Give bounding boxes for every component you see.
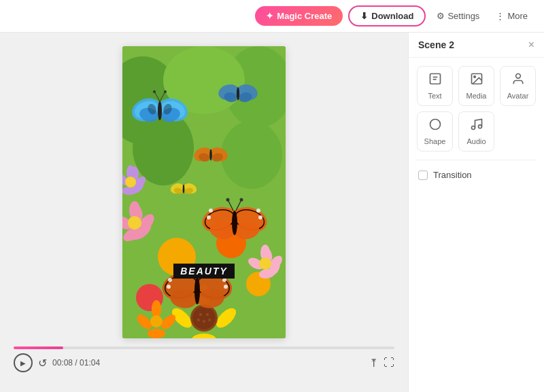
- right-panel: Scene 2 × Text: [408, 33, 544, 392]
- svg-point-67: [153, 90, 156, 93]
- svg-point-93: [209, 149, 212, 161]
- tool-avatar[interactable]: Avatar: [500, 66, 536, 106]
- svg-point-42: [199, 313, 202, 316]
- text-tool-icon: [428, 72, 442, 89]
- avatar-tool-label: Avatar: [507, 92, 529, 100]
- panel-tools: Text Media: [409, 58, 544, 160]
- svg-point-45: [197, 319, 200, 321]
- magic-spark-icon: ✦: [266, 11, 273, 21]
- magic-create-label: Magic Create: [277, 11, 332, 21]
- video-preview: BEAUTY: [122, 46, 286, 338]
- tool-shape[interactable]: Shape: [417, 111, 453, 152]
- svg-point-120: [473, 76, 475, 78]
- download-label: Download: [371, 11, 413, 21]
- svg-point-84: [232, 211, 237, 235]
- play-button[interactable]: ▶: [14, 353, 33, 372]
- svg-point-46: [208, 319, 211, 321]
- media-tool-icon: [470, 72, 483, 89]
- svg-point-64: [158, 101, 162, 120]
- playback-controls: ▶ ↺ 00:08 / 01:04 ⤒ ⛶: [14, 353, 394, 372]
- transition-label: Transition: [433, 170, 472, 180]
- settings-label: Settings: [447, 11, 479, 21]
- magic-create-button[interactable]: ✦ Magic Create: [255, 6, 343, 26]
- fullscreen-button[interactable]: ⛶: [384, 357, 394, 369]
- svg-point-121: [515, 74, 520, 79]
- main-content: BEAUTY ▶ ↺ 00:08 / 01:04 ⤒ ⛶ Scene: [0, 33, 544, 392]
- replay-button[interactable]: ↺: [38, 357, 47, 370]
- svg-point-87: [226, 198, 230, 202]
- settings-button[interactable]: ⚙ Settings: [431, 7, 485, 25]
- scene-svg: BEAUTY: [122, 46, 286, 338]
- svg-point-17: [128, 216, 141, 230]
- scene-background: BEAUTY: [122, 46, 286, 338]
- audio-tool-label: Audio: [466, 137, 486, 145]
- transition-row: Transition: [409, 160, 544, 190]
- svg-point-73: [237, 87, 239, 101]
- svg-point-79: [207, 215, 211, 219]
- download-icon: ⬇: [360, 11, 368, 21]
- more-button[interactable]: ⋮ More: [490, 7, 533, 25]
- svg-point-81: [258, 215, 262, 219]
- time-display: 00:08 / 01:04: [52, 358, 100, 368]
- avatar-tool-icon: [511, 72, 525, 89]
- media-tool-label: Media: [466, 92, 487, 100]
- download-button[interactable]: ⬇ Download: [348, 5, 426, 26]
- svg-point-24: [259, 257, 271, 270]
- audio-tool-icon: [470, 118, 483, 135]
- progress-track[interactable]: [14, 346, 394, 349]
- svg-point-78: [209, 209, 213, 213]
- tool-text[interactable]: Text: [417, 66, 453, 106]
- svg-point-5: [221, 121, 282, 189]
- svg-point-98: [183, 184, 185, 193]
- svg-point-106: [224, 285, 228, 289]
- svg-point-4: [133, 111, 194, 185]
- time-separator: /: [73, 358, 80, 368]
- svg-point-124: [478, 125, 481, 128]
- more-label: More: [507, 11, 528, 21]
- svg-point-41: [192, 306, 216, 329]
- svg-point-53: [148, 329, 165, 338]
- svg-point-68: [164, 90, 167, 93]
- svg-point-88: [240, 198, 243, 202]
- share-button[interactable]: ⤒: [369, 357, 378, 370]
- tool-audio[interactable]: Audio: [458, 111, 494, 152]
- progress-fill: [14, 346, 63, 349]
- svg-point-122: [430, 120, 440, 130]
- svg-point-123: [471, 126, 475, 130]
- canvas-area: BEAUTY ▶ ↺ 00:08 / 01:04 ⤒ ⛶: [0, 33, 408, 392]
- top-bar: ✦ Magic Create ⬇ Download ⚙ Settings ⋮ M…: [0, 0, 544, 33]
- svg-point-31: [125, 177, 136, 188]
- svg-point-44: [203, 320, 205, 323]
- shape-tool-icon: [428, 118, 442, 135]
- settings-icon: ⚙: [437, 11, 445, 21]
- svg-text:BEAUTY: BEAUTY: [180, 266, 228, 277]
- panel-header: Scene 2 ×: [409, 33, 544, 58]
- svg-point-109: [194, 277, 200, 304]
- tool-media[interactable]: Media: [458, 66, 494, 106]
- current-time: 00:08: [52, 358, 73, 368]
- svg-point-104: [167, 285, 171, 289]
- svg-point-43: [206, 313, 209, 316]
- svg-point-103: [168, 278, 172, 282]
- transition-checkbox[interactable]: [418, 171, 428, 180]
- playback-bar: ▶ ↺ 00:08 / 01:04 ⤒ ⛶: [14, 346, 394, 372]
- text-tool-label: Text: [428, 92, 441, 100]
- panel-title: Scene 2: [418, 39, 454, 50]
- svg-point-55: [150, 315, 163, 327]
- close-panel-button[interactable]: ×: [528, 39, 534, 50]
- total-time: 01:04: [80, 358, 100, 368]
- svg-point-80: [256, 209, 260, 213]
- shape-tool-label: Shape: [424, 137, 446, 145]
- more-icon: ⋮: [496, 11, 505, 21]
